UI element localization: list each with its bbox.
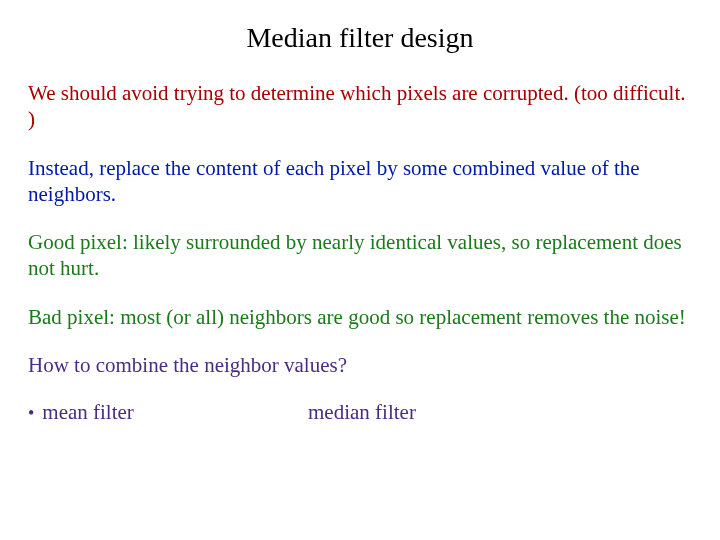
paragraph-replace-strategy: Instead, replace the content of each pix… — [28, 155, 692, 208]
bullet-row: • mean filter median filter — [28, 400, 692, 425]
bullet-label: mean filter — [42, 400, 134, 425]
bullet-list: • mean filter median filter — [28, 400, 692, 425]
bullet-mean-filter: • mean filter — [28, 400, 308, 425]
paragraph-good-pixel: Good pixel: likely surrounded by nearly … — [28, 229, 692, 282]
bullet-median-filter: median filter — [308, 400, 416, 425]
slide: Median filter design We should avoid try… — [0, 0, 720, 540]
bullet-dot-icon: • — [28, 404, 34, 422]
bullet-label: median filter — [308, 400, 416, 425]
slide-title: Median filter design — [28, 22, 692, 54]
paragraph-avoid-detection: We should avoid trying to determine whic… — [28, 80, 692, 133]
paragraph-question: How to combine the neighbor values? — [28, 352, 692, 378]
paragraph-bad-pixel: Bad pixel: most (or all) neighbors are g… — [28, 304, 692, 330]
